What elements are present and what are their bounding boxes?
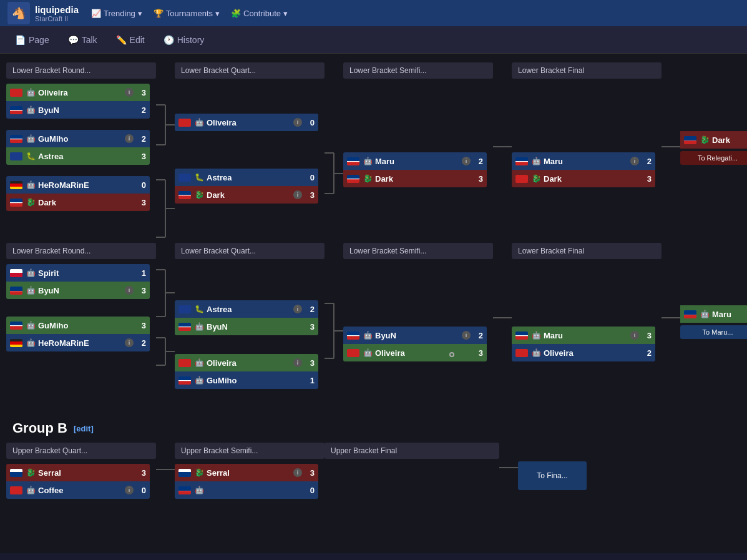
player-dark-3: Dark [375,174,471,184]
flag-kr-dark-rel [684,136,696,144]
round-header-3: Lower Bracket Semifi... [343,62,493,79]
contribute-label: Contribute [243,9,281,18]
score-coffee: 0 [136,486,146,495]
race-maru-lbf: 🤖 [530,330,542,341]
score-7: 0 [305,118,315,127]
nav-trending[interactable]: 📈 Trending ▾ [91,9,142,18]
gb-match-2: 🐉 Serral i 3 🤖 0 [175,464,318,499]
nav-tournaments[interactable]: 🏆 Tournaments ▾ [154,9,220,18]
spacer2 [6,167,156,174]
spacer-r3 [343,84,493,152]
round-col-2: Lower Bracket Quart... 🤖 Oliveira i 0 [175,62,325,204]
match-row-dark-winner: 🐉 Dark 3 [6,194,150,211]
lower-connector-svg-3 [493,243,512,343]
player-heromain: HeRoMaRinE [38,180,134,190]
info-icon[interactable]: i [125,88,134,97]
round-4-matches: 🤖 Maru i 2 🐉 Dark 3 [512,84,662,187]
tab-history-label: History [177,35,205,45]
gb-space-col: Upper Bracket Final [325,443,499,464]
flag-us-2 [178,174,191,182]
tab-edit[interactable]: ✏️ Edit [109,30,152,50]
score-11: 3 [473,174,483,184]
coffee-row: 🤖 Coffee i 0 [6,481,150,499]
lower-round-col-4: Lower Bracket Final 🤖 Maru i 3 [512,243,662,361]
gb-round-1-matches: 🐉 Serral 3 🤖 Coffee i 0 [6,464,156,499]
score-6: 3 [136,198,146,207]
main-content: Lower Bracket Round... 🤖 Oliveira i 3 [0,54,747,553]
to-finals-col: 🤖 Maru To Maru... [680,243,747,339]
tab-page[interactable]: 📄 Page [7,30,57,50]
info-icon-5[interactable]: i [462,157,471,165]
player-oliveira-r2: Oliveira [207,358,291,368]
flag-kr-dark [10,199,22,207]
race-byun-r2: 🤖 [193,321,205,332]
race-terran-4: 🤖 [193,117,205,128]
info-icon-3[interactable]: i [293,118,302,127]
lower-connector-2-3 [325,243,343,388]
byun-semifi-row: 🤖 ByuN i 2 [343,327,487,344]
gumiho-row-lower: 🤖 GuMiho 3 [6,317,150,334]
tab-talk[interactable]: 💬 Talk [61,30,105,50]
lower-round-col-3: Lower Bracket Semifi... 🤖 ByuN i 2 [343,243,493,361]
gb-round-header-2: Upper Bracket Semifi... [175,443,325,459]
info-icon-6[interactable]: i [630,157,639,165]
lower-round-4-matches: 🤖 Maru i 3 🤖 Oliveira 2 [512,264,662,361]
trending-label: Trending [104,9,135,18]
match-row-winner-2: 🐛 Astrea 3 [6,147,150,165]
player-oliveira-lbf: Oliveira [544,348,639,358]
flag-kr-dark-3 [347,175,359,183]
connector-svg-3 [493,62,512,175]
score-spirit: 1 [136,268,146,278]
match-row-loser: 🤖 ByuN 2 [6,101,150,119]
gb-connector-svg-fin [499,443,518,493]
group-b-edit[interactable]: [edit] [74,424,94,433]
flag-cn-coffee [10,486,22,494]
oliveira-lbf-row: 🤖 Oliveira 2 [512,344,655,361]
info-icon-serral-sf[interactable]: i [293,468,302,477]
match-row-maru-lbf: 🤖 Maru i 2 [512,152,655,170]
score-5: 0 [136,180,146,190]
match-row-oliveira: 🤖 Oliveira i 0 [175,114,318,131]
oliveira-lower-r2-row: 🤖 Oliveira i 3 [175,354,318,371]
trending-chevron: ▾ [138,9,142,18]
info-icon-hero[interactable]: i [125,338,134,347]
edit-icon: ✏️ [116,35,127,45]
lower-match-r4: 🤖 Maru i 3 🤖 Oliveira 2 [512,327,655,361]
race-gumiho: 🤖 [25,320,36,331]
score-13: 3 [642,174,652,184]
info-icon-byun[interactable]: i [125,286,134,295]
score-9: 3 [305,190,315,200]
info-icon-oliveira-r2[interactable]: i [293,358,302,367]
maru-finals-row: 🤖 Maru [680,305,747,323]
player-serral-sf: Serral [207,468,291,478]
gb-round-header-1: Upper Bracket Quart... [6,443,156,459]
info-icon-byun-sf[interactable]: i [462,331,471,340]
flag-kr-maru-lbf2 [515,332,528,340]
info-icon-coffee[interactable]: i [125,486,134,494]
info-icon-astrea-lower[interactable]: i [293,305,302,313]
info-icon-4[interactable]: i [293,190,302,199]
info-icon-maru-lbf[interactable]: i [630,331,639,340]
flag-pl [10,269,22,277]
relegation-col: 🐉 Dark To Relegati... [680,62,747,165]
nav-contribute[interactable]: 🧩 Contribute ▾ [231,9,288,18]
race-spirit: 🤖 [25,267,36,278]
player-dark-lbf: Dark [544,174,639,184]
flag-kr-byun [10,287,22,295]
connector-3-4 [493,62,512,177]
tab-history[interactable]: 🕐 History [156,30,212,50]
top-spacer [175,84,325,114]
spacer [6,121,156,127]
to-fina-label: To Fina... [518,461,587,490]
player-oliveira-2: Oliveira [207,118,291,127]
gb-connector-1-2 [156,443,175,494]
tabs-bar: 📄 Page 💬 Talk ✏️ Edit 🕐 History [0,26,747,54]
round-header-2: Lower Bracket Quart... [175,62,325,79]
flag-kr-gumiho-r2 [178,376,191,385]
spacer-lr4 [512,264,662,327]
tab-edit-label: Edit [130,35,145,45]
info-icon-2[interactable]: i [125,134,134,143]
flag-fi-serral-sf [178,469,191,477]
flag-kr-2 [10,135,22,143]
tab-talk-label: Talk [82,35,97,45]
